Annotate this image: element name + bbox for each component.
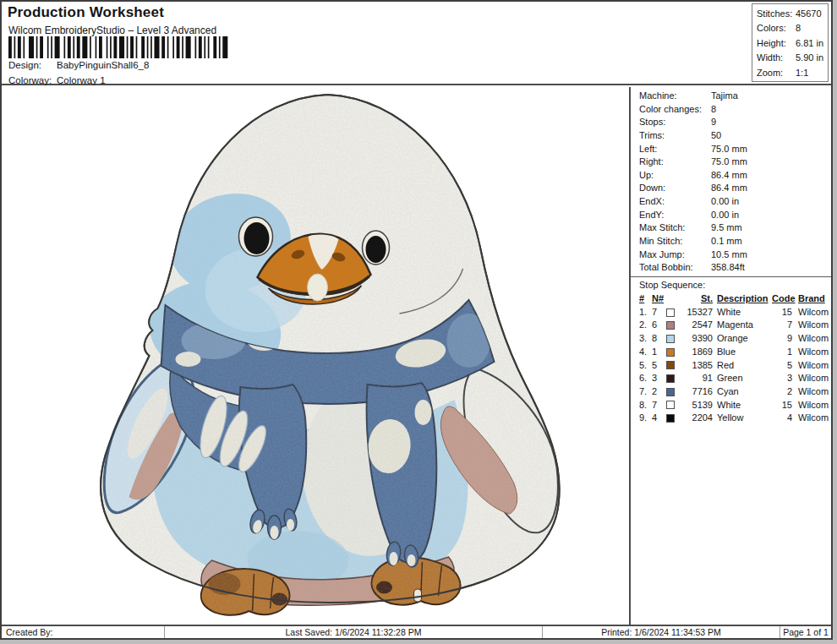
stop-number: 7. [639, 385, 652, 399]
thread-description: White [713, 399, 772, 412]
thread-code: 7 [772, 319, 792, 332]
design-label: Design: [8, 60, 57, 70]
machine-row-value: 9 [711, 116, 716, 129]
thread-description: Red [713, 359, 772, 373]
stitch-texture [3, 87, 629, 625]
thread-color-swatch [666, 308, 675, 317]
stop-sequence-header: # N# St. Description Code Brand [639, 292, 831, 306]
thread-description: Green [713, 372, 772, 385]
needle-number: 6 [652, 319, 666, 332]
thread-brand: Wilcom [792, 306, 836, 319]
summary-row-label: Height: [757, 36, 796, 51]
stop-number: 2. [639, 319, 652, 332]
machine-row: Max Stitch:9.5 mm [639, 221, 831, 235]
machine-row-value: 75.0 mm [711, 156, 747, 169]
summary-row-value: 6.81 in [796, 36, 826, 51]
summary-row-label: Zoom: [757, 66, 796, 80]
machine-row-value: 86.4 mm [711, 169, 747, 183]
stop-sequence-title: Stop Sequence: [639, 279, 831, 292]
machine-row-label: Min Stitch: [639, 235, 711, 248]
thread-brand: Wilcom [792, 319, 836, 332]
stop-number: 5. [639, 359, 652, 373]
design-summary-box: Stitches:45670Colors:8Height:6.81 inWidt… [752, 3, 829, 82]
thread-code: 15 [772, 306, 792, 319]
machine-row-value: 86.4 mm [711, 182, 747, 195]
machine-row-label: Left: [639, 143, 711, 156]
page-title: Production Worksheet [8, 4, 164, 21]
thread-swatch-cell [666, 361, 679, 369]
stop-sequence-row: 8.75139White15Wilcom [639, 398, 831, 412]
machine-row: Down:86.4 mm [639, 182, 831, 195]
thread-color-swatch [666, 335, 675, 343]
summary-row: Stitches:45670 [757, 7, 826, 21]
design-preview [2, 87, 629, 625]
thread-swatch-cell [666, 308, 679, 317]
stop-number: 9. [639, 412, 652, 425]
thread-brand: Wilcom [792, 412, 836, 425]
needle-number: 8 [652, 332, 666, 346]
needle-number: 4 [652, 412, 666, 425]
footer-page-number: Page 1 of 1 [780, 626, 831, 638]
machine-row-value: 8 [711, 103, 716, 117]
stop-sequence-row: 5.51385Red5Wilcom [639, 358, 831, 372]
stitch-count: 15327 [679, 306, 713, 319]
needle-number: 7 [652, 306, 666, 319]
stop-sequence-row: 6.391Green3Wilcom [639, 372, 831, 385]
thread-color-swatch [666, 321, 675, 330]
thread-swatch-cell [666, 414, 679, 423]
machine-row-label: Up: [639, 169, 711, 183]
thread-swatch-cell [666, 321, 679, 330]
thread-swatch-cell [666, 388, 679, 396]
main-area: Machine:TajimaColor changes:8Stops:9Trim… [2, 87, 831, 625]
thread-description: Cyan [713, 385, 772, 399]
machine-row: Trims:50 [639, 129, 831, 143]
machine-row-value: 9.5 mm [711, 221, 742, 235]
stop-number: 6. [639, 372, 652, 385]
thread-swatch-cell [666, 401, 679, 409]
machine-row: Machine:Tajima [639, 90, 831, 103]
stop-sequence-row: 3.89390Orange9Wilcom [639, 332, 831, 346]
thread-color-swatch [666, 361, 675, 369]
col-num: # [639, 292, 652, 306]
machine-row-label: Stops: [639, 116, 711, 129]
stitch-count: 1385 [679, 359, 713, 373]
needle-number: 7 [652, 399, 666, 412]
summary-row-label: Stitches: [757, 7, 796, 21]
col-brand: Brand [792, 292, 836, 306]
col-code: Code [772, 292, 792, 306]
machine-row: Stops:9 [639, 116, 831, 129]
thread-swatch-cell [666, 335, 679, 343]
thread-color-swatch [666, 401, 675, 409]
stop-sequence-row: 4.11869Blue1Wilcom [639, 346, 831, 359]
thread-description: Magenta [713, 319, 772, 332]
stop-sequence-body: 1.715327White15Wilcom2.62547Magenta7Wilc… [639, 306, 831, 425]
thread-brand: Wilcom [792, 399, 836, 412]
thread-code: 3 [772, 372, 792, 385]
stitch-count: 91 [679, 372, 713, 385]
stop-sequence-row: 2.62547Magenta7Wilcom [639, 319, 831, 332]
summary-row-value: 45670 [796, 7, 826, 21]
stitch-count: 9390 [679, 332, 713, 346]
needle-number: 2 [652, 385, 666, 399]
machine-row-label: Trims: [639, 129, 711, 143]
stitch-count: 5139 [679, 399, 713, 412]
needle-number: 1 [652, 346, 666, 359]
machine-row: EndY:0.00 in [639, 209, 831, 222]
machine-row-value: 50 [711, 129, 721, 143]
machine-row-label: Right: [639, 156, 711, 169]
stop-sequence-row: 1.715327White15Wilcom [639, 306, 831, 319]
needle-number: 3 [652, 372, 666, 385]
summary-row: Zoom:1:1 [757, 66, 826, 80]
stop-number: 4. [639, 346, 652, 359]
stitch-count: 7716 [679, 385, 713, 399]
design-value: BabyPinguinShall6_8 [57, 60, 149, 70]
machine-row-label: Color changes: [639, 103, 711, 117]
col-description: Description [713, 292, 772, 306]
header: Production Worksheet Wilcom EmbroiderySt… [2, 2, 831, 85]
thread-brand: Wilcom [792, 332, 836, 346]
col-n: N# [652, 292, 666, 306]
machine-row-value: 0.00 in [711, 195, 739, 209]
thread-description: Yellow [713, 412, 772, 425]
thread-brand: Wilcom [792, 346, 836, 359]
info-panel: Machine:TajimaColor changes:8Stops:9Trim… [629, 87, 831, 625]
